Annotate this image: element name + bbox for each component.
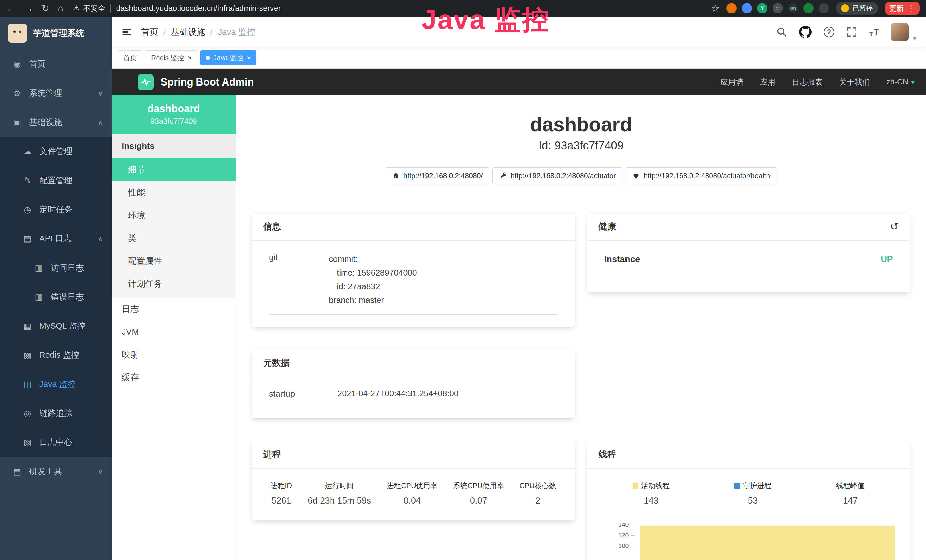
sidebar-toggle-icon[interactable] bbox=[121, 27, 132, 37]
health-url-link[interactable]: http://192.168.0.2:48080/actuator/health bbox=[625, 168, 777, 184]
menu-item-icon: ◷ bbox=[22, 205, 33, 215]
menu-item-label: 研发工具 bbox=[29, 466, 62, 477]
forward-icon[interactable]: → bbox=[24, 4, 33, 13]
process-stat: 运行时间 6d 23h 15m 59s bbox=[308, 481, 371, 506]
instance-menu-item[interactable]: 配置属性 bbox=[112, 250, 236, 272]
extension-icon[interactable] bbox=[742, 3, 752, 14]
metadata-value: 2021-04-27T00:44:31.254+08:00 bbox=[337, 389, 558, 398]
threads-chart-yaxis: 140120100 bbox=[599, 516, 634, 560]
instance-menu-item[interactable]: 缓存 bbox=[112, 366, 236, 389]
sidebar-menu-item[interactable]: ▣ 基础设施 ∧ bbox=[0, 108, 112, 137]
avatar-caret-icon[interactable]: ▾ bbox=[913, 35, 916, 42]
heart-icon bbox=[632, 172, 640, 179]
instance-menu-item[interactable]: 环境 bbox=[112, 204, 236, 227]
instance-menu-item[interactable]: 计划任务 bbox=[112, 272, 236, 295]
bookmark-star-icon[interactable]: ☆ bbox=[711, 3, 720, 13]
sidebar-menu-item[interactable]: ▤ 研发工具 ∨ bbox=[0, 457, 112, 486]
breadcrumb-item[interactable]: 首页 / bbox=[141, 26, 171, 38]
page-title: dashboard bbox=[252, 113, 910, 136]
sidebar-menu-item[interactable]: ▦ MySQL 监控 bbox=[0, 312, 112, 341]
browser-actions: ☆ Y ∷ on 已暂停 更新 ⋮ bbox=[711, 2, 920, 15]
tag-close-icon[interactable]: × bbox=[247, 54, 251, 61]
extension-glyph: ∷ bbox=[776, 5, 779, 11]
sidebar-menu-item[interactable]: ◷ 定时任务 bbox=[0, 195, 112, 224]
update-label: 更新 bbox=[890, 4, 904, 13]
active-dot bbox=[206, 56, 210, 60]
tag-close-icon[interactable]: × bbox=[188, 54, 192, 61]
chevron-icon: ∨ bbox=[98, 89, 103, 98]
locale-selector[interactable]: zh-CN ▾ bbox=[887, 77, 915, 86]
sidebar-menu-item[interactable]: ◫ Java 监控 bbox=[0, 370, 112, 399]
legend-color-icon bbox=[734, 483, 740, 489]
menu-item-icon: ▧ bbox=[22, 437, 33, 447]
sidebar-menu-item[interactable]: ☁ 文件管理 bbox=[0, 137, 112, 166]
sidebar-menu-item[interactable]: ▧ 日志中心 bbox=[0, 428, 112, 457]
info-key: git bbox=[269, 253, 329, 307]
instance-header[interactable]: dashboard 93a3fc7f7409 bbox=[112, 95, 236, 134]
history-icon[interactable]: ↺ bbox=[890, 221, 899, 233]
breadcrumb-label: Java 监控 bbox=[218, 26, 256, 38]
sidebar-menu-item[interactable]: ▩ Redis 监控 bbox=[0, 341, 112, 370]
instance-menu-item[interactable]: JVM bbox=[112, 320, 236, 343]
profile-avatar-icon bbox=[841, 4, 849, 12]
threads-stats: 活动线程 143 守护进程 bbox=[599, 477, 899, 508]
user-avatar[interactable] bbox=[891, 23, 909, 41]
instance-menu-item[interactable]: 细节 bbox=[112, 158, 236, 181]
sync-paused-badge[interactable]: 已暂停 bbox=[836, 2, 878, 15]
github-icon[interactable] bbox=[799, 26, 812, 38]
extension-icon[interactable]: on bbox=[788, 3, 798, 14]
extension-icon[interactable] bbox=[803, 3, 814, 14]
menu-item-label: MySQL 监控 bbox=[39, 320, 86, 332]
sba-brand[interactable]: Spring Boot Admin bbox=[138, 74, 254, 90]
instance-menu-item[interactable]: 性能 bbox=[112, 181, 236, 204]
sba-nav-link[interactable]: 应用 bbox=[760, 77, 775, 87]
font-size-icon[interactable]: TT bbox=[869, 27, 879, 37]
sidebar-menu-item[interactable]: ⚙ 系统管理 ∨ bbox=[0, 79, 112, 108]
tab-tag[interactable]: Redis 监控 × bbox=[146, 50, 197, 65]
sidebar-menu-item[interactable]: ▥ 错误日志 bbox=[0, 282, 112, 312]
breadcrumb-item[interactable]: 基础设施 / bbox=[171, 26, 218, 38]
fullscreen-icon[interactable] bbox=[846, 27, 857, 37]
breadcrumb-item[interactable]: Java 监控 / bbox=[218, 26, 256, 38]
instance-sidebar: dashboard 93a3fc7f7409 Insights 细节 性能 bbox=[112, 95, 236, 560]
actuator-url-link[interactable]: http://192.168.0.2:48080/actuator bbox=[492, 168, 623, 184]
extension-icon[interactable]: ∷ bbox=[773, 3, 783, 14]
sba-nav-link[interactable]: 应用墙 bbox=[720, 77, 743, 87]
address-bar[interactable]: ⚠ 不安全 dashboard.yudao.iocoder.cn/infra/a… bbox=[73, 3, 281, 14]
instance-links: http://192.168.0.2:48080/ http://192.168… bbox=[252, 168, 910, 184]
sidebar-menu-item[interactable]: ◉ 首页 bbox=[0, 50, 112, 79]
search-icon[interactable] bbox=[776, 27, 787, 37]
chevron-icon: ∧ bbox=[98, 235, 103, 243]
sba-nav-link[interactable]: 关于我们 bbox=[839, 77, 870, 87]
url-text: dashboard.yudao.iocoder.cn/infra/admin-s… bbox=[116, 4, 281, 13]
extension-icon[interactable] bbox=[819, 3, 829, 14]
y-axis-tick: 100 bbox=[618, 542, 634, 550]
extension-icon[interactable]: Y bbox=[757, 3, 767, 14]
home-icon[interactable]: ⌂ bbox=[58, 4, 63, 13]
tab-tag[interactable]: Java 监控 × bbox=[200, 50, 256, 65]
sidebar-menu-item[interactable]: ◎ 链路追踪 bbox=[0, 399, 112, 428]
menu-item-icon: ▣ bbox=[12, 118, 22, 127]
browser-update-button[interactable]: 更新 ⋮ bbox=[885, 2, 920, 15]
insights-group-label: Insights bbox=[112, 134, 236, 158]
app-logo[interactable]: 芋道管理系统 bbox=[0, 17, 112, 50]
service-url-link[interactable]: http://192.168.0.2:48080/ bbox=[385, 168, 490, 184]
sidebar-menu-item[interactable]: ✎ 配置管理 bbox=[0, 166, 112, 195]
sidebar-menu-item[interactable]: ▤ API 日志 ∧ bbox=[0, 224, 112, 253]
instance-menu-item[interactable]: 类 bbox=[112, 227, 236, 250]
stat-value: 147 bbox=[836, 495, 865, 506]
browser-menu-icon[interactable]: ⋮ bbox=[907, 4, 915, 13]
sba-nav-link[interactable]: 日志报表 bbox=[792, 77, 823, 87]
reload-icon[interactable]: ↻ bbox=[42, 4, 49, 13]
tab-tag[interactable]: 首页 × bbox=[118, 50, 142, 65]
back-icon[interactable]: ← bbox=[6, 4, 15, 13]
help-icon[interactable]: ? bbox=[824, 27, 834, 37]
breadcrumb-separator: / bbox=[163, 27, 166, 37]
instance-root-menu: 日志 JVM 映射 缓存 bbox=[112, 298, 236, 389]
detail-cards: 信息 git commit:time: 1596289704000id: 27a… bbox=[252, 212, 910, 560]
instance-menu-item[interactable]: 日志 bbox=[112, 298, 236, 320]
sba-brand-label: Spring Boot Admin bbox=[160, 76, 254, 88]
sidebar-menu-item[interactable]: ▥ 访问日志 bbox=[0, 253, 112, 282]
extension-icon[interactable] bbox=[726, 3, 737, 14]
instance-menu-item[interactable]: 映射 bbox=[112, 343, 236, 366]
